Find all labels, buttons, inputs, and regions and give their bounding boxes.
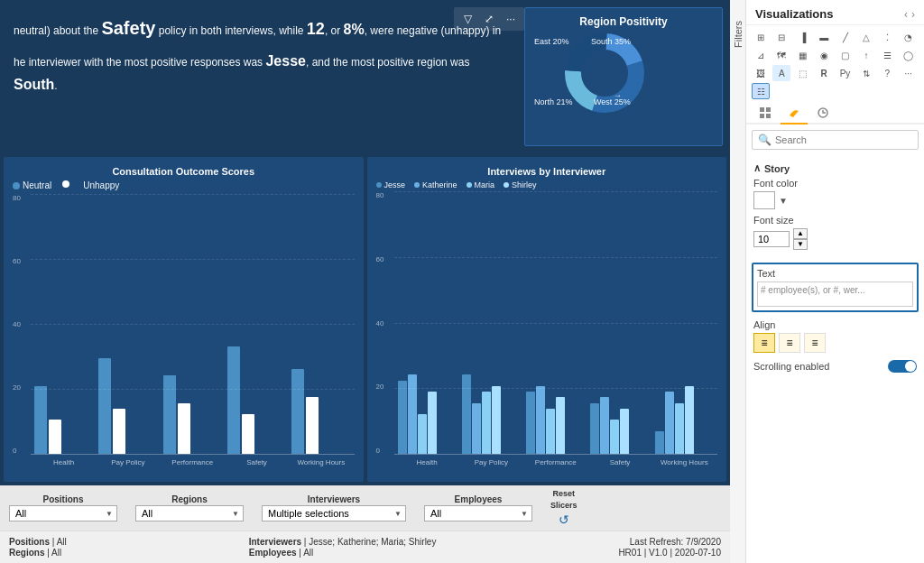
viz-nav: ‹ › xyxy=(904,8,915,21)
font-size-stepper: ▲ ▼ xyxy=(793,228,808,250)
tab-fields[interactable] xyxy=(752,103,779,125)
legend-dot-unhappy xyxy=(62,180,69,188)
text-prop-content[interactable]: # employee(s), or #, wer... xyxy=(757,282,913,307)
viz-icon-selected[interactable]: ☷ xyxy=(752,83,770,99)
viz-icon-table[interactable]: ⊞ xyxy=(752,29,770,45)
viz-icon-image[interactable]: 🖼 xyxy=(752,65,770,81)
font-size-up[interactable]: ▲ xyxy=(793,228,808,239)
viz-icon-map[interactable]: 🗺 xyxy=(772,47,790,63)
status-bar: Positions | All Regions | All Interviewe… xyxy=(0,531,730,563)
employees-select[interactable]: All xyxy=(424,505,532,521)
viz-icon-more[interactable]: ··· xyxy=(900,65,918,81)
scrolling-toggle[interactable] xyxy=(888,360,917,373)
scrolling-label: Scrolling enabled xyxy=(753,361,829,372)
region-positivity-card: Region Positivity South 35% xyxy=(524,7,723,146)
regions-slicer: Regions All xyxy=(135,494,244,521)
align-right-button[interactable]: ≡ xyxy=(804,333,826,353)
employees-label: Employees xyxy=(455,494,503,504)
viz-icon-card[interactable]: ▢ xyxy=(836,47,855,63)
consultation-chart: Consultation Outcome Scores Neutral Unha… xyxy=(4,157,364,482)
properties-section: ∧ Story Font color ▼ Font size xyxy=(746,155,924,259)
story-percent: 8% xyxy=(344,22,365,37)
font-size-down[interactable]: ▼ xyxy=(793,239,808,250)
viz-icon-matrix[interactable]: ⊟ xyxy=(772,29,790,45)
legend-shirley: Shirley xyxy=(512,180,537,189)
viz-icon-slicer[interactable]: ☰ xyxy=(878,47,896,63)
reset-slicers-button[interactable]: Reset Slicers ↺ xyxy=(550,489,578,527)
viz-icon-bar[interactable]: ▐ xyxy=(794,29,812,45)
legend-katherine: Katherine xyxy=(422,180,457,189)
scrolling-toggle-row: Scrolling enabled xyxy=(746,356,924,376)
viz-icon-funnel[interactable]: ⊿ xyxy=(752,47,770,63)
tab-format[interactable] xyxy=(781,103,808,125)
color-dropdown[interactable]: ▼ xyxy=(779,196,788,206)
regions-select[interactable]: All xyxy=(135,505,244,521)
viz-icon-decomp[interactable]: ⇅ xyxy=(857,65,875,81)
font-color-label: Font color xyxy=(753,178,917,189)
positions-select[interactable]: All xyxy=(9,505,117,521)
viz-icon-kpi[interactable]: ↑ xyxy=(857,47,875,63)
legend-unhappy-label: Unhappy xyxy=(83,180,119,190)
story-text-7: . xyxy=(54,79,57,92)
status-regions: Regions | All xyxy=(9,548,67,558)
viz-icon-gauge[interactable]: ◉ xyxy=(815,47,833,63)
svg-rect-6 xyxy=(766,107,771,112)
align-center-button[interactable]: ≡ xyxy=(779,333,800,353)
consultation-legend: Neutral Unhappy xyxy=(13,180,355,190)
tab-analytics[interactable] xyxy=(809,103,836,125)
legend-jesse: Jesse xyxy=(384,180,406,189)
viz-icon-pie[interactable]: ◔ xyxy=(900,29,918,45)
status-positions: Positions | All xyxy=(9,537,67,547)
align-left-button[interactable]: ≡ xyxy=(753,333,775,353)
viz-icon-line[interactable]: ╱ xyxy=(836,29,855,45)
viz-icon-column[interactable]: ▬ xyxy=(815,29,833,45)
viz-next[interactable]: › xyxy=(911,8,915,21)
status-version: HR01 | V1.0 | 2020-07-10 xyxy=(618,548,721,558)
viz-icon-python[interactable]: Py xyxy=(836,65,855,81)
viz-icon-area[interactable]: △ xyxy=(857,29,875,45)
viz-icon-shape[interactable]: ◯ xyxy=(900,47,918,63)
story-jesse: Jesse xyxy=(265,53,306,69)
align-buttons: ≡ ≡ ≡ xyxy=(753,333,917,353)
search-icon: 🔍 xyxy=(758,134,772,146)
filters-tab[interactable]: Filters xyxy=(730,0,746,563)
font-size-input[interactable] xyxy=(753,231,790,247)
viz-icon-treemap[interactable]: ▦ xyxy=(794,47,812,63)
focus-icon[interactable]: ⤢ xyxy=(480,10,498,28)
story-number-12: 12 xyxy=(307,20,325,38)
employees-slicer: Employees All xyxy=(424,494,532,521)
viz-icon-r[interactable]: R xyxy=(815,65,833,81)
legend-neutral-label: Neutral xyxy=(23,180,51,190)
search-input[interactable] xyxy=(775,134,912,145)
filters-label: Filters xyxy=(733,21,744,48)
svg-rect-8 xyxy=(766,114,771,118)
viz-icon-scatter[interactable]: ⁚ xyxy=(878,29,896,45)
interviewers-select[interactable]: Multiple selections xyxy=(262,505,406,521)
story-safety: Safety xyxy=(101,18,155,38)
legend-neutral: Neutral xyxy=(13,180,51,190)
font-color-box[interactable] xyxy=(753,191,775,209)
visualizations-panel: Visualizations ‹ › ⊞ ⊟ ▐ ▬ ╱ △ ⁚ ◔ ⊿ 🗺 xyxy=(746,0,924,563)
viz-icon-text[interactable]: A xyxy=(772,65,790,81)
status-employees: Employees | All xyxy=(249,548,437,558)
story-text-6: , and the most positive region was xyxy=(306,56,469,69)
chevron-down-icon: ∧ xyxy=(753,162,761,174)
slicers-section: Positions All Regions All Interviewers xyxy=(0,485,730,531)
story-section-header[interactable]: ∧ Story xyxy=(753,162,917,174)
text-prop-label: Text xyxy=(757,268,913,279)
filter-icon[interactable]: ▽ xyxy=(458,10,476,28)
viz-prev[interactable]: ‹ xyxy=(904,8,908,21)
viz-icon-button[interactable]: ⬚ xyxy=(794,65,812,81)
story-text-2: policy in both interviews, while xyxy=(155,24,306,37)
svg-point-4 xyxy=(587,55,623,91)
viz-tab-bar xyxy=(746,103,924,125)
viz-icon-qa[interactable]: ? xyxy=(878,65,896,81)
more-icon[interactable]: ··· xyxy=(502,10,520,28)
font-size-row: Font size ▲ ▼ xyxy=(753,215,917,250)
interviewers-slicer: Interviewers Multiple selections xyxy=(262,494,406,521)
status-interviewers: Interviewers | Jesse; Katherine; Maria; … xyxy=(249,537,437,547)
interviews-legend: Jesse Katherine Maria Shirley xyxy=(376,180,718,189)
positions-label: Positions xyxy=(42,494,83,504)
search-box: 🔍 xyxy=(752,130,919,150)
regions-label: Regions xyxy=(171,494,207,504)
